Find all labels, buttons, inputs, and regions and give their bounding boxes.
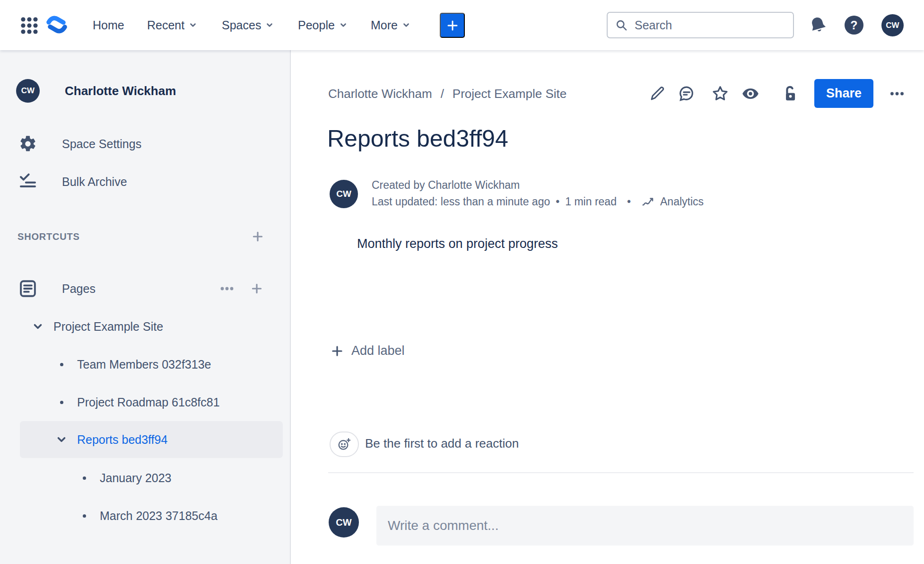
analytics-chart-icon xyxy=(641,195,655,209)
shortcuts-section-header: SHORTCUTS xyxy=(17,227,273,246)
star-icon[interactable] xyxy=(711,85,729,103)
chevron-down-icon xyxy=(29,320,46,333)
watch-eye-icon[interactable] xyxy=(741,85,759,103)
more-actions-button[interactable] xyxy=(888,85,906,103)
breadcrumb-link-space-owner[interactable]: Charlotte Wickham xyxy=(328,87,432,101)
tree-item-label: March 2023 37185c4a xyxy=(100,509,218,523)
add-page-button[interactable] xyxy=(247,279,266,298)
nav-item-label: Spaces xyxy=(222,18,261,32)
breadcrumb-link-parent-page[interactable]: Project Example Site xyxy=(453,87,567,101)
space-header[interactable]: CW Charlotte Wickham xyxy=(16,79,176,103)
sidebar-item-space-settings[interactable]: Space Settings xyxy=(17,132,141,156)
tree-item-label: Project Example Site xyxy=(53,320,163,334)
avatar-initials: CW xyxy=(21,86,35,96)
bell-icon xyxy=(808,15,828,36)
meta-separator: • xyxy=(627,194,631,210)
confluence-app: Home Recent Spaces People More xyxy=(0,0,924,564)
comment-bubble-icon xyxy=(678,85,696,103)
commenter-avatar: CW xyxy=(329,507,359,538)
sidebar-item-label: Bulk Archive xyxy=(62,175,127,189)
add-reaction-button[interactable] xyxy=(330,432,359,457)
page-title: Reports bed3ff94 xyxy=(327,125,508,152)
bulk-archive-icon xyxy=(17,171,38,192)
nav-item-home[interactable]: Home xyxy=(93,0,124,50)
plus-icon xyxy=(446,19,459,32)
nav-item-label: People xyxy=(298,18,335,32)
chevron-down-icon xyxy=(189,21,197,29)
sidebar-item-bulk-archive[interactable]: Bulk Archive xyxy=(17,170,127,194)
chevron-down-icon xyxy=(53,433,70,446)
tree-item-label: Reports bed3ff94 xyxy=(77,433,167,447)
tree-item-label: January 2023 xyxy=(100,471,172,485)
space-name: Charlotte Wickham xyxy=(65,84,176,98)
tree-item-label: Team Members 032f313e xyxy=(77,358,211,371)
plus-icon xyxy=(250,282,264,296)
comment-box xyxy=(376,506,914,546)
plus-icon xyxy=(330,344,344,358)
profile-avatar[interactable]: CW xyxy=(881,14,904,36)
nav-item-more[interactable]: More xyxy=(371,0,410,50)
comment-button[interactable] xyxy=(678,85,696,103)
tree-item-reports-selected[interactable]: Reports bed3ff94 xyxy=(20,421,283,458)
pages-icon xyxy=(17,278,38,299)
meta-separator: • xyxy=(556,194,559,210)
confluence-logo[interactable] xyxy=(46,15,67,35)
plus-icon xyxy=(251,229,265,244)
nav-item-spaces[interactable]: Spaces xyxy=(222,0,274,50)
notifications-button[interactable] xyxy=(805,15,831,36)
smiley-add-icon xyxy=(337,437,352,452)
avatar-initials: CW xyxy=(336,517,351,528)
space-avatar: CW xyxy=(16,79,40,103)
bullet-icon xyxy=(53,401,70,404)
analytics-label: Analytics xyxy=(660,194,704,210)
add-label-text: Add label xyxy=(351,344,405,358)
created-by-text: Created by Charlotte Wickham xyxy=(372,177,704,194)
add-label-button[interactable]: Add label xyxy=(330,344,405,358)
chevron-down-icon xyxy=(402,21,410,29)
chevron-down-icon xyxy=(265,21,274,29)
nav-item-label: Recent xyxy=(147,18,184,32)
bullet-icon xyxy=(76,514,93,518)
page-content: Charlotte Wickham / Project Example Site xyxy=(291,50,924,564)
analytics-button[interactable]: Analytics xyxy=(641,194,704,210)
app-switcher-button[interactable] xyxy=(17,16,41,35)
top-nav: Home Recent Spaces People More xyxy=(0,0,924,50)
unlock-icon[interactable] xyxy=(781,85,799,103)
create-button[interactable] xyxy=(440,13,465,38)
avatar-initials: CW xyxy=(336,189,351,199)
tree-item-team-members[interactable]: Team Members 032f313e xyxy=(0,352,282,376)
edit-button[interactable] xyxy=(648,85,666,103)
comments-divider xyxy=(328,472,914,473)
nav-item-people[interactable]: People xyxy=(298,0,348,50)
tree-item-label: Project Roadmap 61c8fc81 xyxy=(77,396,220,409)
share-button[interactable]: Share xyxy=(814,79,873,108)
reaction-prompt-text: Be the first to add a reaction xyxy=(365,436,519,451)
chevron-down-icon xyxy=(339,21,348,29)
space-sidebar: CW Charlotte Wickham Space Settings Bulk… xyxy=(0,50,291,564)
author-avatar[interactable]: CW xyxy=(330,180,358,208)
help-button[interactable]: ? xyxy=(845,16,863,35)
bullet-icon xyxy=(76,476,93,480)
ellipsis-icon xyxy=(889,85,906,102)
breadcrumb: Charlotte Wickham / Project Example Site xyxy=(328,81,567,106)
comment-input[interactable] xyxy=(376,518,914,533)
last-updated-text: Last updated: less than a minute ago xyxy=(372,194,550,210)
breadcrumb-separator: / xyxy=(441,87,444,101)
gear-icon xyxy=(17,133,38,154)
search-bar xyxy=(607,12,794,38)
question-mark-icon: ? xyxy=(850,18,857,32)
tree-item-january-2023[interactable]: January 2023 xyxy=(0,466,282,490)
pencil-icon xyxy=(649,85,666,102)
read-time-text: 1 min read xyxy=(565,194,617,210)
add-shortcut-button[interactable] xyxy=(248,227,267,246)
tree-item-project-roadmap[interactable]: Project Roadmap 61c8fc81 xyxy=(0,390,282,414)
bullet-icon xyxy=(53,363,70,366)
pages-more-button[interactable] xyxy=(218,279,236,298)
tree-item-project-example-site[interactable]: Project Example Site xyxy=(0,315,282,338)
pages-section-header[interactable]: Pages xyxy=(17,277,273,300)
nav-item-label: More xyxy=(371,18,398,32)
ellipsis-icon xyxy=(219,281,235,297)
tree-item-march-2023[interactable]: March 2023 37185c4a xyxy=(0,504,282,528)
search-input[interactable] xyxy=(634,18,788,33)
nav-item-recent[interactable]: Recent xyxy=(147,0,197,50)
